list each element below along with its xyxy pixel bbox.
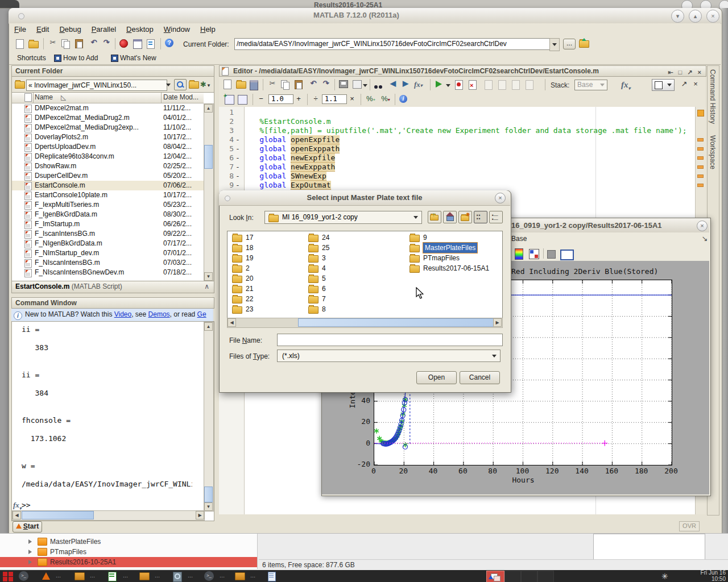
open-file-icon[interactable]	[28, 41, 39, 48]
code-line[interactable]: 5- global openExppath	[219, 144, 695, 153]
scrollbar-thumb[interactable]	[204, 145, 213, 169]
canvas-color-icon[interactable]	[560, 250, 574, 260]
file-row[interactable]: DpertsUploadDev.m08/04/2...	[12, 142, 204, 152]
mlint-status-icon[interactable]	[697, 110, 704, 117]
dialog-folder-item[interactable]: 7	[304, 294, 405, 304]
file-row[interactable]: DshowRaw.m02/25/2...	[12, 161, 204, 171]
video-link[interactable]: Video	[114, 310, 131, 318]
dialog-folder-item[interactable]: Results2017-06-15A1	[405, 263, 500, 273]
help-icon[interactable]: ?	[165, 39, 173, 47]
scroll-up-arrow[interactable]: ▲	[204, 322, 213, 331]
zoom-factor-field[interactable]: 1.1	[322, 94, 347, 104]
figure-menu-text[interactable]: Base	[511, 235, 527, 243]
mlint-marker[interactable]	[697, 138, 704, 142]
dialog-folder-item[interactable]: 21	[228, 284, 304, 294]
mlint-marker[interactable]	[697, 156, 704, 160]
color-swatch-icon[interactable]	[547, 250, 556, 259]
dialog-folder-item[interactable]: MasterPlateFiles	[405, 243, 500, 253]
menu-debug[interactable]: Debug	[59, 25, 81, 34]
dialog-folder-item[interactable]: 9	[405, 232, 500, 243]
code-line[interactable]: 2 %EstartConsole.m	[219, 117, 695, 126]
dialog-folder-item[interactable]: 17	[228, 232, 304, 243]
file-row[interactable]: DoverlayPlots2.m10/17/2...	[12, 132, 204, 142]
file-row[interactable]: F_NImStartup_dev.m07/01/2...	[12, 248, 204, 258]
mlint-marker[interactable]	[697, 147, 704, 151]
console-vscrollbar[interactable]	[204, 322, 214, 512]
dialog-folder-item[interactable]: 20	[228, 273, 304, 284]
expand-triangle-icon[interactable]	[28, 539, 32, 544]
taskbar-folder-icon[interactable]	[138, 571, 152, 581]
scroll-down-arrow[interactable]: ▼	[204, 502, 213, 511]
cancel-button[interactable]: Cancel	[460, 371, 500, 384]
dialog-folder-item[interactable]: 6	[304, 284, 405, 294]
fm-tree-row[interactable]: MasterPlateFiles	[0, 537, 257, 547]
subplot-config-icon[interactable]	[529, 249, 539, 259]
scrollbar-thumb[interactable]	[22, 511, 94, 519]
taskbar-document-icon[interactable]	[265, 571, 280, 581]
mlint-marker[interactable]	[697, 165, 704, 169]
print-icon[interactable]	[339, 80, 348, 88]
dock-figure-icon[interactable]: ↘	[701, 234, 709, 243]
dialog-folder-item[interactable]: 4	[304, 263, 405, 273]
file-name-input[interactable]	[277, 334, 503, 346]
file-row[interactable]: F_NIscanIntensBGnewDev.m07/18/2...	[12, 268, 204, 277]
editor-panel-header[interactable]: Editor - /media/data/EASY/InovImager_jwr…	[219, 65, 706, 77]
demos-link[interactable]: Demos	[148, 310, 170, 318]
list-view-button[interactable]: ▪—▪—	[489, 211, 503, 223]
taskbar-terminal-icon[interactable]: >_	[202, 571, 217, 581]
font-size-field[interactable]: 1.0	[268, 94, 293, 104]
taskbar-folder-icon[interactable]	[233, 571, 248, 581]
up-folder-icon[interactable]	[579, 40, 589, 48]
redo-icon[interactable]: ↷	[321, 79, 331, 88]
taskbar-viewer-icon[interactable]	[171, 571, 185, 581]
undo-icon[interactable]: ↶	[308, 79, 318, 88]
path-dropdown-button[interactable]	[549, 38, 560, 51]
dialog-folder-item[interactable]: 3	[304, 253, 405, 263]
home-button[interactable]	[443, 211, 457, 223]
cut-icon[interactable]: ✂	[267, 79, 278, 88]
divide-icon[interactable]: ÷	[312, 94, 320, 103]
current-folder-path-input[interactable]: /media/data/EASY/InovImager_jwrCF_WINLin…	[234, 38, 553, 50]
taskbar-launcher-icon[interactable]	[1, 571, 16, 581]
dialog-folder-item[interactable]: 18	[228, 243, 304, 253]
simulink-icon[interactable]	[119, 39, 128, 48]
scroll-left-arrow[interactable]: ◀	[228, 318, 236, 327]
expand-triangle-icon[interactable]	[28, 560, 32, 564]
file-row[interactable]: F_IexpMultiTseries.m05/23/2...	[12, 200, 204, 210]
shortcut-whats-new[interactable]: What's New	[120, 54, 156, 62]
fx-find-icon[interactable]: fx▾	[621, 80, 631, 91]
run-dropdown[interactable]	[446, 84, 450, 87]
undo-icon[interactable]: ↶	[89, 38, 99, 47]
scrollbar-thumb[interactable]	[204, 487, 213, 502]
file-row[interactable]: F_IscanIntensBG.m09/22/2...	[12, 229, 204, 239]
file-row[interactable]: F_ImStartup.m06/26/2...	[12, 219, 204, 229]
file-row[interactable]: DMPexcel2mat_MediaDrug2.m04/01/2...	[12, 113, 204, 123]
print-preview-icon[interactable]	[353, 80, 362, 89]
decrease-font-icon[interactable]: −	[257, 94, 265, 103]
increase-indent-icon[interactable]: %+	[365, 94, 377, 103]
decrease-indent-icon[interactable]: %▾	[380, 94, 391, 103]
taskbar-folder-icon[interactable]	[73, 571, 88, 581]
mlint-marker[interactable]	[697, 174, 704, 178]
name-column-header[interactable]: Name	[35, 93, 53, 101]
browse-folder-button[interactable]: ...	[563, 39, 576, 49]
menu-parallel[interactable]: Parallel	[92, 25, 116, 34]
taskbar-active-task[interactable]	[486, 571, 504, 582]
taskbar-calc-icon[interactable]	[106, 571, 121, 581]
file-row[interactable]: DsuperCellDev.m05/20/2...	[12, 171, 204, 181]
dialog-folder-item[interactable]: 25	[304, 243, 405, 253]
breadcrumb[interactable]: « InovImager_jwrCF_WINLinx150...	[26, 80, 167, 91]
menu-edit[interactable]: Edit	[36, 25, 49, 34]
file-list-column-headers[interactable]: Name ◺ Date Mod...	[12, 93, 204, 103]
dialog-folder-item[interactable]: PTmapFiles	[405, 253, 500, 263]
code-line[interactable]: 6- global newExpfile	[219, 153, 695, 163]
file-list-scrollbar[interactable]	[204, 103, 214, 281]
scroll-right-arrow[interactable]: ▶	[493, 318, 502, 327]
scroll-right-arrow[interactable]: ▶	[196, 511, 204, 519]
split-screen-dropdown[interactable]	[652, 79, 675, 91]
save-icon[interactable]	[250, 80, 258, 90]
dialog-folder-item[interactable]: 8	[304, 304, 405, 314]
scroll-left-arrow[interactable]: ◀	[13, 511, 21, 519]
editor-open-icon[interactable]	[236, 81, 246, 89]
menu-file[interactable]: File	[14, 25, 26, 34]
